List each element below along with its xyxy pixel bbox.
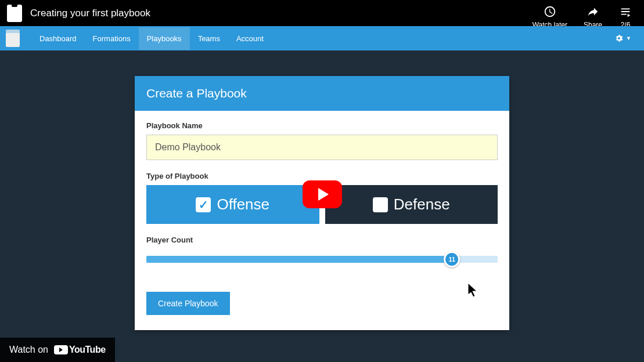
share-button[interactable]: Share	[584, 5, 602, 29]
type-label: Type of Playbook	[146, 172, 498, 180]
player-count-slider[interactable]: 11	[146, 252, 498, 266]
playbook-name-input[interactable]	[146, 135, 498, 160]
panel-title: Create a Playbook	[135, 76, 509, 111]
nav-dashboard[interactable]: Dashboard	[31, 27, 85, 50]
app-logo-icon[interactable]	[6, 30, 20, 47]
cursor-icon	[468, 283, 480, 298]
chevron-down-icon: ▼	[626, 35, 631, 41]
playlist-button[interactable]: 2/6	[618, 5, 632, 29]
player-count-label: Player Count	[146, 236, 498, 244]
settings-dropdown[interactable]: ▼	[607, 28, 638, 49]
offense-label: Offense	[217, 196, 269, 213]
youtube-text: YouTube	[69, 345, 106, 355]
clock-icon	[543, 5, 557, 19]
youtube-play-icon	[54, 345, 68, 354]
watch-on-label: Watch on	[9, 345, 48, 355]
name-section: Playbook Name	[146, 121, 498, 160]
name-label: Playbook Name	[146, 121, 498, 130]
app-viewport: Dashboard Formations Playbooks Teams Acc…	[0, 26, 644, 362]
video-play-button[interactable]	[303, 180, 342, 208]
nav-formations[interactable]: Formations	[85, 27, 139, 50]
clipboard-icon	[7, 5, 22, 22]
nav-teams[interactable]: Teams	[190, 27, 228, 50]
share-icon	[586, 5, 600, 19]
app-navbar: Dashboard Formations Playbooks Teams Acc…	[0, 26, 644, 50]
watch-on-youtube-button[interactable]: Watch on YouTube	[0, 338, 115, 362]
nav-playbooks[interactable]: Playbooks	[139, 27, 190, 50]
playlist-icon	[618, 5, 632, 19]
video-controls: Watch later Share 2/6	[533, 5, 632, 29]
panel-body: Playbook Name Type of Playbook Offense D…	[135, 111, 509, 330]
defense-toggle[interactable]: Defense	[325, 185, 498, 224]
watch-later-button[interactable]: Watch later	[533, 5, 567, 29]
defense-label: Defense	[394, 196, 450, 213]
video-header: Creating your first playbook Watch later…	[0, 0, 644, 26]
offense-toggle[interactable]: Offense	[146, 185, 319, 224]
slider-handle[interactable]: 11	[444, 251, 460, 267]
slider-fill	[146, 256, 452, 263]
nav-items: Dashboard Formations Playbooks Teams Acc…	[31, 27, 272, 50]
nav-account[interactable]: Account	[228, 27, 272, 50]
offense-checkbox-icon	[196, 197, 211, 212]
video-title: Creating your first playbook	[30, 8, 150, 19]
create-playbook-button[interactable]: Create Playbook	[146, 292, 230, 315]
player-count-section: Player Count 11	[146, 236, 498, 266]
gear-icon	[614, 34, 624, 43]
defense-checkbox-icon	[373, 197, 388, 212]
youtube-logo: YouTube	[54, 345, 106, 355]
